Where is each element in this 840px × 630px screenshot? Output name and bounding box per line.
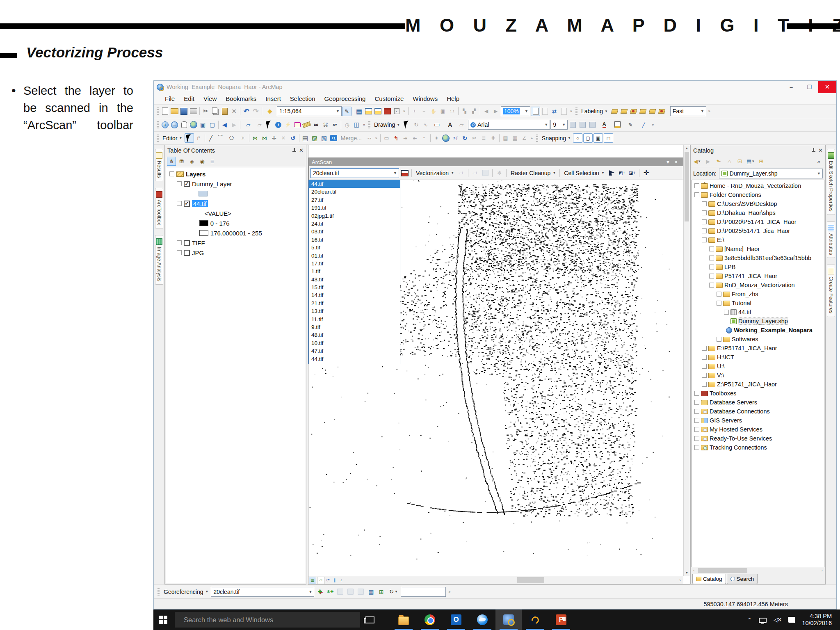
expander-icon[interactable]	[717, 301, 721, 306]
layout-go-forward-icon[interactable]	[491, 107, 500, 116]
list-by-source-icon[interactable]: ⛃	[177, 157, 186, 166]
item-label[interactable]: D:\P0025\51471_Jica_Haor	[717, 228, 790, 234]
undo-sketch-icon[interactable]	[288, 133, 298, 143]
end-snapping-toggle[interactable]	[583, 133, 593, 143]
taskbar-app-button[interactable]	[548, 609, 574, 630]
taskbar-app-button[interactable]	[390, 609, 417, 630]
vertex-snapping-toggle[interactable]	[593, 133, 603, 143]
expander-icon[interactable]	[717, 292, 721, 297]
table-icon[interactable]	[354, 107, 364, 116]
catalog-tree-item[interactable]: Database Servers	[692, 398, 824, 407]
open-icon[interactable]	[170, 107, 179, 116]
toggle-draft-mode-icon[interactable]	[531, 107, 540, 116]
separator[interactable]	[298, 134, 301, 142]
dock-tab[interactable]: ArcToolbox	[155, 188, 163, 228]
fixed-zoom-in-icon[interactable]	[198, 120, 208, 130]
adv-rectangle-icon[interactable]	[382, 133, 391, 143]
raster-snapping-options-icon[interactable]	[400, 168, 409, 178]
layout-fixed-zoom-in-icon[interactable]	[460, 107, 469, 116]
pen-color-icon[interactable]	[624, 120, 637, 130]
hyperlink-icon[interactable]	[283, 120, 292, 130]
menu-item[interactable]: File	[160, 95, 179, 102]
visibility-checkbox[interactable]	[184, 240, 190, 246]
catalog-tree-item[interactable]: D:\P0025\51471_Jica_Haor	[692, 226, 824, 235]
item-label[interactable]: Home - RnD_Mouza_Vectorization	[710, 183, 801, 189]
catalog-tree-item[interactable]: RnD_Mouza_Vectorization	[692, 281, 824, 290]
item-label[interactable]: P51741_JICA_Haor	[724, 273, 777, 279]
pin-icon[interactable]	[292, 148, 297, 153]
overflow-chevron[interactable]	[568, 107, 574, 116]
map-horizontal-scrollbar[interactable]: ▦ ▱ ⟳ ∥ ‹ ›	[308, 576, 683, 584]
item-label[interactable]: Ready-To-Use Services	[710, 435, 772, 442]
connect-folder-icon[interactable]: ⛁	[735, 157, 744, 166]
chevron-down-icon[interactable]: ▼	[307, 590, 314, 594]
labeling-menu-button[interactable]: Labeling	[579, 108, 605, 114]
chevron-down-icon[interactable]: ▼	[392, 171, 399, 175]
taskbar-app-button[interactable]	[469, 609, 495, 630]
separator[interactable]	[479, 107, 482, 115]
scroll-down-icon[interactable]: ▼	[684, 570, 690, 576]
expander-icon[interactable]	[702, 228, 707, 233]
vectorization-menu-button[interactable]: Vectorization	[414, 170, 451, 176]
expander-icon[interactable]	[694, 192, 699, 197]
rotation-value-input[interactable]	[401, 587, 446, 597]
toolbar-drag-handle[interactable]	[158, 588, 160, 596]
catalog-tree-item[interactable]: P51741_JICA_Haor	[692, 272, 824, 281]
scroll-right-icon[interactable]: ›	[819, 568, 825, 573]
catalog-horizontal-scrollbar[interactable]: ‹ ›	[691, 567, 825, 574]
item-label[interactable]: 44.tif	[738, 309, 751, 315]
item-label[interactable]: Database Connections	[710, 408, 770, 415]
chevron-down-icon[interactable]: ▼	[334, 109, 341, 113]
toc-tree-row[interactable]	[166, 189, 305, 199]
attributes-table-icon[interactable]	[301, 133, 310, 143]
curve-tool-icon[interactable]	[457, 120, 466, 130]
adv-distribute-icon[interactable]	[488, 133, 498, 143]
label-pause-icon[interactable]	[648, 107, 657, 116]
add-basemap-icon[interactable]	[364, 107, 373, 116]
item-label[interactable]: V:\	[717, 372, 724, 379]
visibility-checkbox[interactable]	[184, 201, 190, 207]
dropdown-item[interactable]: 191.tif	[309, 204, 400, 212]
select-elements-icon[interactable]	[402, 120, 411, 130]
item-label[interactable]: Working_Example_Noapara	[734, 327, 813, 333]
expander-icon[interactable]	[709, 256, 714, 260]
vectorization-trace-icon[interactable]	[457, 168, 466, 178]
separator[interactable]	[352, 107, 354, 115]
toolbar-drag-handle[interactable]	[575, 107, 578, 115]
dropdown-item[interactable]: 17.tif	[309, 260, 400, 267]
toc-tree-row[interactable]: 176.0000001 - 255	[166, 228, 305, 238]
toolbar-drag-handle[interactable]	[157, 135, 159, 142]
dropdown-item[interactable]: 21.tif	[309, 299, 400, 307]
list-by-visibility-icon[interactable]: ◈	[187, 157, 196, 166]
adv-generalize-icon[interactable]	[451, 133, 460, 143]
add-control-points-icon[interactable]	[315, 587, 324, 596]
separator[interactable]	[379, 134, 382, 142]
dropdown-item[interactable]: 01.tif	[309, 252, 400, 260]
plus-one-icon[interactable]	[329, 133, 338, 143]
overflow-chevron[interactable]	[374, 133, 379, 143]
snapping-menu-button[interactable]: Snapping	[540, 135, 568, 142]
catalog-tree-item[interactable]: E:\P51741_JICA_Haor	[692, 344, 824, 353]
paste-icon[interactable]	[220, 107, 229, 116]
list-by-selection-icon[interactable]: ◉	[198, 157, 207, 166]
sketch-tool-icon[interactable]	[364, 133, 374, 143]
label-lock-icon[interactable]	[638, 107, 648, 116]
fill-color-icon[interactable]	[611, 120, 624, 130]
layer-label[interactable]: 0 - 176	[210, 220, 230, 227]
layer-label[interactable]: 176.0000001 - 255	[210, 230, 262, 237]
home-icon[interactable]: ⌂	[725, 157, 734, 166]
pin-icon[interactable]	[811, 148, 816, 153]
chevron-down-icon[interactable]: ▼	[560, 123, 567, 127]
adv-buffer-icon[interactable]	[501, 133, 510, 143]
python-window-icon[interactable]	[392, 107, 402, 116]
drawing-menu-button[interactable]: Drawing	[372, 121, 397, 128]
expander-icon[interactable]	[177, 181, 182, 186]
new-document-icon[interactable]	[160, 107, 170, 116]
menu-item[interactable]: Customize	[370, 95, 408, 102]
zoom-out-icon[interactable]	[170, 120, 179, 130]
chevron-down-icon[interactable]: ▼	[699, 109, 706, 113]
expander-icon[interactable]	[177, 250, 182, 255]
overflow-chevron[interactable]	[650, 120, 655, 130]
copy-icon[interactable]	[210, 107, 220, 116]
expander-icon[interactable]	[702, 382, 707, 387]
